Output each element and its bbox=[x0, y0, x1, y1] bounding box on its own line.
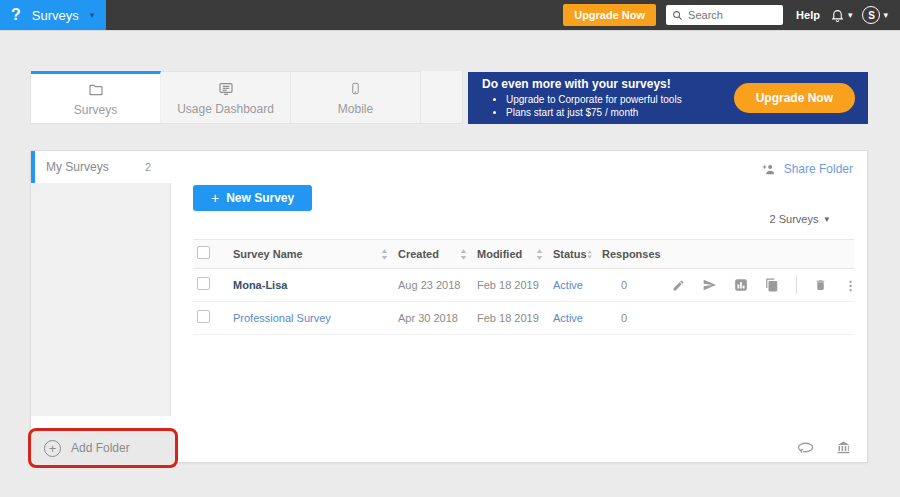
sort-icon[interactable] bbox=[536, 249, 543, 260]
survey-name-link[interactable]: Professional Survey bbox=[233, 312, 398, 324]
brand-logo-icon: ? bbox=[11, 7, 21, 23]
sort-icon[interactable] bbox=[460, 249, 467, 260]
folder-count-badge: 2 bbox=[145, 161, 151, 173]
column-header-created[interactable]: Created bbox=[398, 248, 477, 260]
more-options-icon[interactable]: ⋮ bbox=[844, 278, 857, 293]
new-survey-label: New Survey bbox=[226, 191, 294, 205]
surveys-content: Share Folder + New Survey 2 Surveys ▾ Su… bbox=[171, 151, 867, 462]
avatar: S bbox=[862, 6, 880, 24]
app-menu[interactable]: ? Surveys ▾ bbox=[0, 0, 106, 30]
responses-cell: 0 bbox=[602, 312, 672, 324]
status-cell[interactable]: Active bbox=[553, 279, 602, 291]
copy-icon[interactable] bbox=[765, 278, 779, 292]
search-icon bbox=[672, 10, 683, 21]
search-box[interactable] bbox=[666, 5, 783, 25]
sort-icon[interactable] bbox=[587, 249, 592, 260]
add-user-icon bbox=[761, 162, 777, 176]
row-checkbox[interactable] bbox=[197, 277, 210, 290]
upgrade-now-button[interactable]: Upgrade Now bbox=[563, 4, 656, 26]
tab-mobile[interactable]: Mobile bbox=[291, 71, 421, 123]
folder-name: My Surveys bbox=[46, 160, 109, 174]
column-header-responses[interactable]: Responses bbox=[602, 248, 672, 260]
bell-icon bbox=[830, 7, 845, 23]
chevron-down-icon: ▾ bbox=[90, 11, 95, 20]
modified-cell: Feb 18 2019 bbox=[477, 312, 553, 324]
table-row: Professional Survey Apr 30 2018 Feb 18 2… bbox=[193, 302, 854, 335]
promo-text: Do even more with your surveys! Upgrade … bbox=[482, 77, 734, 119]
help-link[interactable]: Help bbox=[796, 9, 820, 21]
folders-sidebar: My Surveys 2 + Add Folder bbox=[31, 151, 171, 462]
new-survey-button[interactable]: + New Survey bbox=[193, 185, 312, 211]
promo-bullet: Upgrade to Corporate for powerful tools bbox=[506, 93, 734, 106]
column-label: Modified bbox=[477, 248, 522, 260]
column-header-status[interactable]: Status bbox=[553, 248, 602, 260]
column-label: Responses bbox=[602, 248, 661, 260]
report-chart-icon[interactable] bbox=[734, 278, 748, 292]
promo-bullets: Upgrade to Corporate for powerful tools … bbox=[506, 93, 734, 119]
chevron-down-icon: ▾ bbox=[848, 11, 853, 20]
navbar-right: Upgrade Now Help ▾ S ▾ bbox=[563, 4, 900, 26]
restore-loop-icon[interactable] bbox=[797, 441, 814, 454]
row-checkbox[interactable] bbox=[197, 310, 210, 323]
top-navbar: ? Surveys ▾ Upgrade Now Help ▾ S ▾ bbox=[0, 0, 900, 31]
plus-circle-icon: + bbox=[44, 440, 61, 457]
promo-title: Do even more with your surveys! bbox=[482, 77, 734, 91]
survey-name-link[interactable]: Mona-Lisa bbox=[233, 279, 398, 291]
account-menu[interactable]: S ▾ bbox=[862, 6, 888, 24]
promo-bullet: Plans start at just $75 / month bbox=[506, 106, 734, 119]
table-header-row: Survey Name Created Modified Status Resp… bbox=[193, 239, 854, 269]
row-actions: ⋮ bbox=[672, 276, 873, 294]
responses-cell: 0 bbox=[602, 279, 672, 291]
sort-icon[interactable] bbox=[381, 249, 388, 260]
modified-cell: Feb 18 2019 bbox=[477, 279, 553, 291]
share-folder-label: Share Folder bbox=[784, 162, 853, 176]
tab-usage-dashboard[interactable]: Usage Dashboard bbox=[161, 71, 291, 123]
edit-pencil-icon[interactable] bbox=[672, 279, 685, 292]
folder-list-area bbox=[31, 183, 171, 416]
sort-icon[interactable] bbox=[661, 249, 662, 260]
sidebar-item-my-surveys[interactable]: My Surveys 2 bbox=[31, 151, 171, 183]
actions-divider bbox=[796, 276, 797, 294]
tab-mobile-label: Mobile bbox=[338, 102, 373, 116]
add-folder-label: Add Folder bbox=[71, 441, 130, 455]
column-label: Created bbox=[398, 248, 439, 260]
created-cell: Aug 23 2018 bbox=[398, 279, 477, 291]
bank-archive-icon[interactable] bbox=[836, 440, 851, 455]
column-header-survey-name[interactable]: Survey Name bbox=[233, 248, 398, 260]
header-checkbox-cell bbox=[193, 246, 233, 262]
mobile-icon bbox=[349, 80, 362, 98]
app-menu-label: Surveys bbox=[32, 8, 79, 23]
notifications-menu[interactable]: ▾ bbox=[830, 7, 853, 23]
tab-surveys[interactable]: Surveys bbox=[31, 71, 161, 123]
search-input[interactable] bbox=[688, 9, 777, 21]
surveys-panel: My Surveys 2 + Add Folder Share Folder +… bbox=[30, 150, 868, 463]
tab-usage-dashboard-label: Usage Dashboard bbox=[177, 102, 274, 116]
share-folder-link[interactable]: Share Folder bbox=[761, 162, 853, 176]
chevron-down-icon: ▾ bbox=[824, 215, 829, 224]
chevron-down-icon: ▾ bbox=[883, 11, 888, 20]
status-cell[interactable]: Active bbox=[553, 312, 602, 324]
delete-trash-icon[interactable] bbox=[814, 278, 827, 292]
dashboard-icon bbox=[217, 80, 235, 98]
survey-count-dropdown[interactable]: 2 Surveys ▾ bbox=[770, 213, 829, 225]
row-checkbox-cell bbox=[193, 310, 233, 326]
select-all-checkbox[interactable] bbox=[197, 246, 210, 259]
column-label: Status bbox=[553, 248, 587, 260]
add-folder-button[interactable]: + Add Folder bbox=[28, 428, 178, 468]
tab-surveys-label: Surveys bbox=[74, 103, 117, 117]
send-paper-plane-icon[interactable] bbox=[702, 278, 717, 292]
surveys-table: Survey Name Created Modified Status Resp… bbox=[193, 239, 854, 335]
upgrade-now-banner-button[interactable]: Upgrade Now bbox=[734, 83, 855, 113]
panel-footer-icons bbox=[797, 440, 851, 455]
row-checkbox-cell bbox=[193, 277, 233, 293]
column-header-modified[interactable]: Modified bbox=[477, 248, 553, 260]
folder-icon bbox=[87, 81, 105, 99]
promo-banner: Do even more with your surveys! Upgrade … bbox=[468, 72, 868, 124]
table-row: Mona-Lisa Aug 23 2018 Feb 18 2019 Active… bbox=[193, 269, 854, 302]
created-cell: Apr 30 2018 bbox=[398, 312, 477, 324]
survey-count-label: 2 Surveys bbox=[770, 213, 819, 225]
plus-icon: + bbox=[211, 191, 219, 205]
column-label: Survey Name bbox=[233, 248, 303, 260]
view-tabs: Surveys Usage Dashboard Mobile bbox=[30, 71, 463, 124]
